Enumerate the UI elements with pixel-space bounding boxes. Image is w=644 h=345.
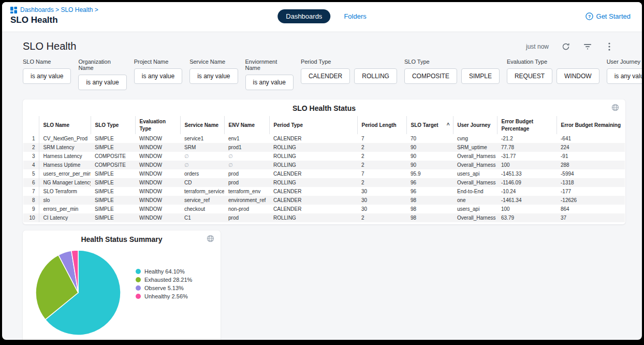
table-cell: orders bbox=[180, 169, 224, 178]
get-started-button[interactable]: ? Get Started bbox=[586, 12, 631, 20]
table-row[interactable]: 8sloSIMPLEWINDOWservice_refenvironment_r… bbox=[23, 196, 625, 205]
legend-item-exhausted[interactable]: Exhausted 28.21% bbox=[136, 277, 192, 283]
filter-group-slo-name: SLO Nameis any value bbox=[23, 59, 71, 90]
top-bar-left: Dashboards > SLO Health > SLO Health bbox=[10, 6, 98, 25]
table-row[interactable]: 4Harness UptimeCOMPOSITEWINDOW∅∅ROLLING2… bbox=[23, 161, 625, 169]
table-cell: SIMPLE bbox=[91, 205, 135, 213]
globe-icon[interactable] bbox=[207, 235, 214, 245]
table-row[interactable]: 5users_error_per_minSIMPLEWINDOWorderspr… bbox=[23, 169, 625, 178]
filter-label: Organization Name bbox=[78, 59, 126, 71]
refresh-icon[interactable] bbox=[561, 42, 570, 51]
column-header-slo-type[interactable]: SLO Type bbox=[91, 116, 135, 134]
dashboard-controls: just now bbox=[526, 42, 614, 51]
table-cell: 98 bbox=[406, 196, 453, 205]
column-header-period-length[interactable]: Period Length bbox=[357, 116, 406, 134]
column-header-error-budget-percentage[interactable]: Error Budget Percentage bbox=[497, 116, 557, 134]
table-cell: 7 bbox=[357, 134, 406, 143]
table-row[interactable]: 1CV_NextGen_ProdSIMPLEWINDOWservice1env1… bbox=[23, 134, 625, 143]
table-cell: 2 bbox=[357, 161, 406, 169]
column-header-evaluation-type[interactable]: Evaluation Type bbox=[135, 116, 180, 134]
table-row[interactable]: 9errors_per_minSIMPLEWINDOWcheckoutnon-p… bbox=[23, 205, 625, 213]
filter-value-button[interactable]: is any value bbox=[23, 68, 71, 84]
column-header-slo-name[interactable]: SLO Name bbox=[39, 116, 91, 134]
column-header-service-name[interactable]: Service Name bbox=[180, 116, 224, 134]
table-cell: 90 bbox=[406, 143, 453, 152]
table-row[interactable]: 2SRM LatencySIMPLEWINDOWSRMprod1ROLLING2… bbox=[23, 143, 625, 152]
table-row[interactable]: 3Harness LatencyCOMPOSITEWINDOW∅∅ROLLING… bbox=[23, 152, 625, 161]
filter-value-button[interactable]: is any value bbox=[134, 68, 182, 84]
filter-value-button[interactable]: WINDOW bbox=[557, 68, 599, 84]
kebab-menu-icon[interactable] bbox=[605, 42, 614, 51]
table-cell: SRM_uptime bbox=[453, 143, 497, 152]
table-cell: C1 bbox=[180, 213, 224, 222]
pie-chart[interactable] bbox=[32, 247, 124, 339]
table-cell: -1318 bbox=[557, 178, 625, 187]
table-cell: -12626 bbox=[557, 196, 625, 205]
filter-value-button[interactable]: SIMPLE bbox=[461, 68, 500, 84]
column-header-error-budget-remaining[interactable]: Error Budget Remaining bbox=[557, 116, 625, 134]
table-cell: -5994 bbox=[557, 169, 625, 178]
table-cell: service1 bbox=[180, 134, 224, 143]
slo-health-status-card: SLO Health Status SLO NameSLO TypeEvalua… bbox=[23, 99, 625, 224]
filter-value-button[interactable]: COMPOSITE bbox=[404, 68, 457, 84]
table-cell: prod1 bbox=[224, 143, 269, 152]
table-cell: WINDOW bbox=[135, 134, 180, 143]
tab-dashboards[interactable]: Dashboards bbox=[277, 9, 330, 23]
breadcrumb-text[interactable]: Dashboards > SLO Health > bbox=[20, 6, 98, 13]
table-cell: CI Latency bbox=[39, 213, 91, 222]
filter-group-service-name: Service Nameis any value bbox=[189, 59, 238, 90]
pie-legend: Healthy 64.10%Exhausted 28.21%Observe 5.… bbox=[136, 268, 192, 299]
table-cell: CD bbox=[180, 178, 224, 187]
table-cell: 288 bbox=[557, 161, 625, 169]
filter-value-button[interactable]: REQUEST bbox=[507, 68, 552, 84]
table-cell: ROLLING bbox=[269, 161, 357, 169]
column-header-env-name[interactable]: ENV Name bbox=[224, 116, 269, 134]
table-cell: -21.2 bbox=[497, 134, 557, 143]
table-title: SLO Health Status bbox=[23, 99, 625, 112]
table-row[interactable]: 7SLO TerraformSIMPLEWINDOWterraform_serv… bbox=[23, 187, 625, 196]
table-cell: 2 bbox=[357, 178, 406, 187]
row-number: 7 bbox=[23, 187, 39, 196]
table-cell: 30 bbox=[357, 205, 406, 213]
table-cell: prod bbox=[224, 178, 269, 187]
filter-group-evaluation-type: Evaluation TypeREQUESTWINDOW bbox=[507, 59, 599, 90]
breadcrumb[interactable]: Dashboards > SLO Health > bbox=[10, 6, 98, 13]
filter-value-button[interactable]: is any value bbox=[607, 68, 642, 84]
column-header-slo-target[interactable]: SLO Target^ bbox=[406, 116, 453, 134]
table-cell: CALENDER bbox=[269, 196, 357, 205]
table-cell: COMPOSITE bbox=[91, 152, 135, 161]
table-cell: terraform_env bbox=[224, 187, 269, 196]
table-cell: Harness Latency bbox=[39, 152, 91, 161]
filter-label: Project Name bbox=[134, 59, 182, 65]
table-cell: users_error_per_min bbox=[39, 169, 91, 178]
filter-value-button[interactable]: ROLLING bbox=[354, 68, 397, 84]
tab-folders[interactable]: Folders bbox=[344, 12, 366, 20]
legend-item-healthy[interactable]: Healthy 64.10% bbox=[136, 268, 192, 275]
legend-item-unhealthy[interactable]: Unhealthy 2.56% bbox=[136, 293, 192, 299]
table-cell: 98 bbox=[406, 205, 453, 213]
table-cell: ∅ bbox=[224, 161, 269, 169]
table-cell: ∅ bbox=[224, 152, 269, 161]
row-number: 8 bbox=[23, 196, 39, 205]
table-cell: ROLLING bbox=[269, 178, 357, 187]
legend-dot bbox=[136, 269, 141, 274]
dashboard-content: SLO Health just now SLO Nameis any value… bbox=[2, 40, 642, 340]
table-cell: CALENDER bbox=[269, 134, 357, 143]
filter-value-button[interactable]: is any value bbox=[78, 75, 126, 90]
filter-icon[interactable] bbox=[583, 42, 592, 51]
table-row[interactable]: 6NG Manager LatencySIMPLEWINDOWCDprodROL… bbox=[23, 178, 625, 187]
globe-icon[interactable] bbox=[611, 104, 619, 113]
filter-value-button[interactable]: is any value bbox=[189, 68, 238, 84]
table-cell: 90 bbox=[406, 161, 453, 169]
filter-group-enviornment-name: Enviornment Nameis any value bbox=[245, 59, 294, 90]
table-row[interactable]: 10CI LatencySIMPLEWINDOWC1prodROLLING298… bbox=[23, 213, 625, 222]
filter-value-button[interactable]: CALENDER bbox=[301, 68, 350, 84]
table-cell: 224 bbox=[557, 143, 625, 152]
column-header-period-type[interactable]: Period Type bbox=[269, 116, 357, 134]
table-cell: one bbox=[453, 196, 497, 205]
table-cell: 77.78 bbox=[497, 143, 557, 152]
table-cell: WINDOW bbox=[135, 143, 180, 152]
column-header-user-journey[interactable]: User Journey bbox=[453, 116, 497, 134]
legend-item-observe[interactable]: Observe 5.13% bbox=[136, 285, 192, 291]
filter-value-button[interactable]: is any value bbox=[245, 75, 294, 90]
